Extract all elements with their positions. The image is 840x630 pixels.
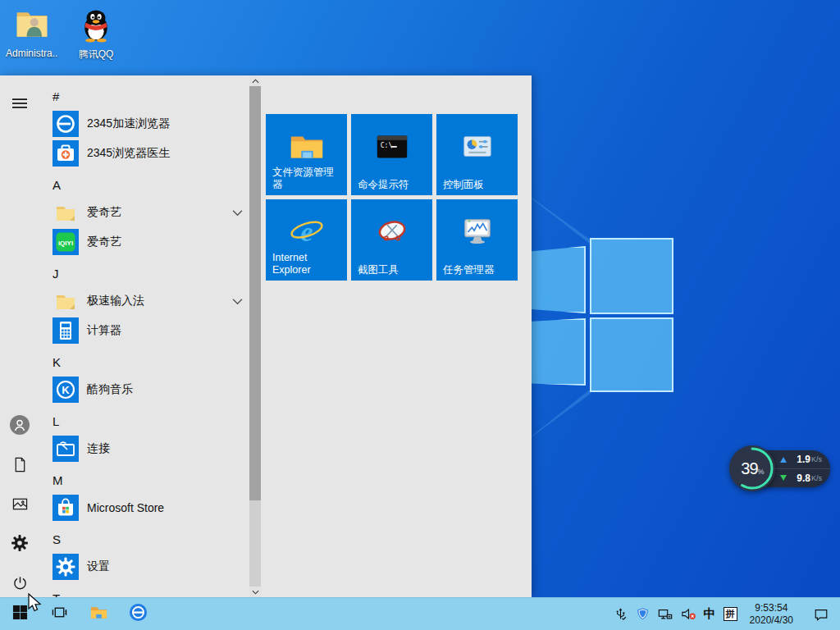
taskbar-clock[interactable]: 9:53:54 2020/4/30 xyxy=(750,602,793,627)
svg-text:e: e xyxy=(300,216,313,247)
taskbar: 中 拼 9:53:54 2020/4/30 xyxy=(0,597,840,630)
app-section-header[interactable]: S xyxy=(52,530,241,548)
file-explorer-button[interactable] xyxy=(82,598,115,630)
rail-user-account[interactable] xyxy=(0,410,39,443)
chevron-down-icon[interactable] xyxy=(232,205,243,220)
iqiyi-icon: iQIYI xyxy=(52,229,79,255)
browser-2345-icon xyxy=(52,111,79,137)
net-speed-widget[interactable]: 1.9 K/s 9.8 K/s 39% xyxy=(729,445,830,491)
desktop-icon-administrator[interactable]: Administra... xyxy=(6,7,58,59)
logo-pane-bottom-right xyxy=(590,317,673,392)
app-label: Microsoft Store xyxy=(87,501,164,514)
tile-label: 任务管理器 xyxy=(443,264,513,276)
tile-label: 截图工具 xyxy=(358,264,427,276)
app-section-header[interactable]: J xyxy=(52,264,241,282)
app-section-header[interactable]: K xyxy=(52,353,241,371)
clock-time: 9:53:54 xyxy=(755,602,788,614)
file-explorer-tile-icon xyxy=(266,126,347,168)
rail-documents[interactable] xyxy=(0,450,39,482)
security-shield-icon[interactable] xyxy=(636,607,650,621)
svg-text:K: K xyxy=(62,384,70,396)
start-tile[interactable]: eInternet Explorer xyxy=(266,199,347,281)
user-avatar-icon xyxy=(10,415,30,438)
gear-icon xyxy=(11,535,28,555)
app-row[interactable]: 2345加速浏览器 xyxy=(46,109,248,139)
app-section-header[interactable]: M xyxy=(52,471,241,489)
network-status-icon[interactable] xyxy=(658,607,673,622)
app-row[interactable]: K酷狗音乐 xyxy=(46,375,248,404)
app-row[interactable]: 连接 xyxy=(46,434,248,463)
ms-store-icon xyxy=(52,495,79,521)
app-label: 极速输入法 xyxy=(87,294,144,308)
settings-icon xyxy=(52,554,79,580)
app-section-header[interactable]: A xyxy=(52,176,241,194)
tile-label: 控制面板 xyxy=(443,179,513,191)
app-row[interactable]: 极速输入法 xyxy=(46,286,248,316)
control-panel-icon xyxy=(436,126,518,168)
upload-unit: K/s xyxy=(811,455,822,463)
start-tile[interactable]: 截图工具 xyxy=(351,199,432,281)
folder-icon xyxy=(52,199,79,226)
scrollbar-thumb[interactable] xyxy=(249,86,261,500)
start-tile[interactable]: C:\命令提示符 xyxy=(351,114,432,195)
ime-pinyin-indicator[interactable]: 拼 xyxy=(724,607,737,621)
progress-ring xyxy=(729,445,775,491)
browser-2345-button[interactable] xyxy=(121,598,154,630)
logo-pane-top-right xyxy=(590,238,673,314)
taskbar-buttons xyxy=(0,598,154,630)
download-arrow-icon xyxy=(780,475,787,481)
app-row[interactable]: 爱奇艺 xyxy=(46,198,248,227)
app-row[interactable]: 计算器 xyxy=(46,316,248,345)
browser-2345-task-icon xyxy=(129,603,148,625)
task-view-button[interactable] xyxy=(43,598,75,630)
app-row[interactable]: 2345浏览器医生 xyxy=(46,139,248,168)
tile-label: Internet Explorer xyxy=(272,252,342,276)
app-row[interactable]: Microsoft Store xyxy=(46,493,248,523)
usb-device-icon[interactable] xyxy=(614,607,628,621)
rail-power[interactable] xyxy=(0,568,39,600)
rail-menu-toggle[interactable] xyxy=(0,89,39,121)
svg-text:iQIYI: iQIYI xyxy=(58,240,73,247)
svg-text:C:\: C:\ xyxy=(380,141,392,149)
start-tile[interactable]: 控制面板 xyxy=(436,114,518,195)
app-section-header[interactable]: # xyxy=(52,87,241,105)
start-tile[interactable]: 任务管理器 xyxy=(436,199,518,281)
folder-icon xyxy=(52,288,79,314)
app-label: 爱奇艺 xyxy=(87,205,121,220)
app-section-header[interactable]: L xyxy=(52,412,241,430)
rail-settings[interactable] xyxy=(0,528,39,561)
upload-arrow-icon xyxy=(780,457,787,463)
windows-start-icon xyxy=(12,605,28,623)
admin-folder-icon xyxy=(6,7,58,46)
ime-language-indicator[interactable]: 中 xyxy=(704,606,716,622)
rail-pictures[interactable] xyxy=(0,489,39,522)
desktop-icon-qq[interactable]: 腾讯QQ xyxy=(70,7,122,62)
browser-doctor-2345-icon xyxy=(52,140,79,167)
app-label: 设置 xyxy=(87,559,110,574)
document-icon xyxy=(12,457,28,476)
app-list-scrollbar[interactable] xyxy=(249,75,261,597)
chevron-down-icon[interactable] xyxy=(232,294,243,308)
task-view-icon xyxy=(52,605,67,623)
app-label: 2345浏览器医生 xyxy=(87,146,170,161)
kugou-icon: K xyxy=(52,377,79,403)
app-row[interactable]: iQIYI爱奇艺 xyxy=(46,227,248,257)
calculator-icon xyxy=(52,317,79,344)
app-row[interactable]: 设置 xyxy=(46,552,248,582)
file-explorer-task-icon xyxy=(89,603,108,625)
scroll-up-button[interactable] xyxy=(249,75,261,86)
memory-percent-circle[interactable]: 39% xyxy=(729,445,775,491)
download-speed: 9.8 xyxy=(797,472,810,484)
desktop-icon-label: 腾讯QQ xyxy=(70,48,122,62)
app-label: 2345加速浏览器 xyxy=(87,116,170,131)
qq-penguin-icon xyxy=(70,7,122,46)
start-tile[interactable]: 文件资源管理器 xyxy=(266,114,347,195)
app-label: 计算器 xyxy=(87,323,121,338)
action-center-icon[interactable] xyxy=(814,607,829,622)
scroll-down-button[interactable] xyxy=(249,587,261,597)
start-button[interactable] xyxy=(3,598,36,630)
app-label: 酷狗音乐 xyxy=(87,382,133,397)
command-prompt-icon: C:\ xyxy=(351,126,432,168)
power-icon xyxy=(12,575,28,594)
volume-muted-icon[interactable] xyxy=(681,607,696,621)
